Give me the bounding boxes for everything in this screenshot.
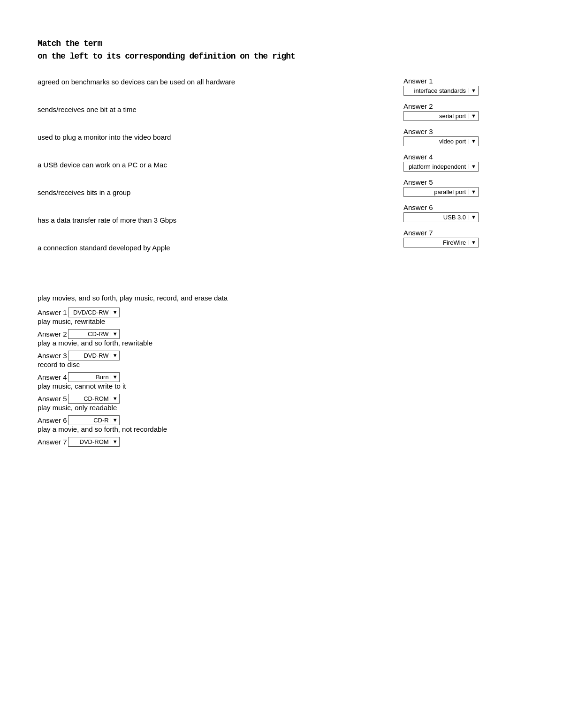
dropdown-s7[interactable]: DVD-ROM ▼ xyxy=(68,437,120,447)
dropdown-7[interactable]: FireWire ▼ xyxy=(403,238,479,248)
dropdown-arrow-7: ▼ xyxy=(469,240,476,245)
dropdown-sarrow-5: ▼ xyxy=(111,396,118,401)
answer-group-1: Answer 1 interface standards ▼ xyxy=(403,77,525,96)
dropdown-arrow-1: ▼ xyxy=(469,88,476,93)
clue-6: has a data transfer rate of more than 3 … xyxy=(38,215,385,225)
dropdown-value-3: video port xyxy=(407,138,469,145)
dropdown-sarrow-3: ▼ xyxy=(111,353,118,358)
answer-row-1: Answer 1 DVD/CD-RW ▼ xyxy=(38,308,525,317)
vertical-item-5: Answer 5 CD-ROM ▼ play music, only reada… xyxy=(38,394,525,412)
dropdown-value-6: USB 3.0 xyxy=(407,214,469,221)
dropdown-sarrow-6: ▼ xyxy=(111,418,118,423)
dropdown-sval-5: CD-ROM xyxy=(71,395,111,402)
dropdown-5[interactable]: parallel port ▼ xyxy=(403,187,479,197)
dropdown-1[interactable]: interface standards ▼ xyxy=(403,86,479,96)
clue-s5: play music, only readable xyxy=(38,404,525,412)
dropdown-arrow-4: ▼ xyxy=(469,164,476,169)
dropdown-s2[interactable]: CD-RW ▼ xyxy=(68,329,120,339)
answer-row-3: Answer 3 DVD-RW ▼ xyxy=(38,351,525,360)
dropdown-value-5: parallel port xyxy=(407,188,469,195)
answer-label-6: Answer 6 xyxy=(403,203,525,211)
inline-label-7: Answer 7 xyxy=(38,438,67,446)
dropdown-sval-6: CD-R xyxy=(71,417,111,424)
clue-4: a USB device can work on a PC or a Mac xyxy=(38,160,385,170)
dropdown-value-1: interface standards xyxy=(407,87,469,94)
dropdown-arrow-3: ▼ xyxy=(469,139,476,144)
vertical-item-7: Answer 7 DVD-ROM ▼ xyxy=(38,437,525,447)
answer-row-6: Answer 6 CD-R ▼ xyxy=(38,415,525,425)
clue-3: used to plug a monitor into the video bo… xyxy=(38,132,385,142)
dropdown-sval-2: CD-RW xyxy=(71,330,111,338)
inline-label-1: Answer 1 xyxy=(38,308,67,316)
dropdown-s3[interactable]: DVD-RW ▼ xyxy=(68,351,120,360)
dropdown-value-4: platform independent xyxy=(407,163,469,170)
dropdown-sarrow-7: ▼ xyxy=(111,439,118,444)
answer-group-2: Answer 2 serial port ▼ xyxy=(403,102,525,121)
answer-label-1: Answer 1 xyxy=(403,77,525,85)
dropdown-sval-7: DVD-ROM xyxy=(71,438,111,445)
clue-s1: play music, rewritable xyxy=(38,317,525,325)
dropdown-s6[interactable]: CD-R ▼ xyxy=(68,415,120,425)
section2-intro: play movies, and so forth, play music, r… xyxy=(38,294,525,302)
left-column: agreed on benchmarks so devices can be u… xyxy=(38,77,403,270)
inline-label-5: Answer 5 xyxy=(38,395,67,403)
answer-row-4: Answer 4 Burn ▼ xyxy=(38,372,525,382)
vertical-item-3: Answer 3 DVD-RW ▼ record to disc xyxy=(38,351,525,368)
dropdown-arrow-2: ▼ xyxy=(469,113,476,119)
vertical-item-2: Answer 2 CD-RW ▼ play a movie, and so fo… xyxy=(38,329,525,347)
clue-s2: play a movie, and so forth, rewritable xyxy=(38,339,525,347)
vertical-item-1: Answer 1 DVD/CD-RW ▼ play music, rewrita… xyxy=(38,308,525,325)
clue-7: a connection standard developed by Apple xyxy=(38,243,385,253)
dropdown-s4[interactable]: Burn ▼ xyxy=(68,372,120,382)
dropdown-value-7: FireWire xyxy=(407,239,469,246)
answer-label-5: Answer 5 xyxy=(403,178,525,186)
dropdown-sval-3: DVD-RW xyxy=(71,352,111,359)
dropdown-sarrow-4: ▼ xyxy=(111,375,118,380)
inline-label-4: Answer 4 xyxy=(38,373,67,381)
inline-label-6: Answer 6 xyxy=(38,416,67,424)
inline-label-2: Answer 2 xyxy=(38,330,67,338)
dropdown-sval-1: DVD/CD-RW xyxy=(71,309,111,316)
answer-label-3: Answer 3 xyxy=(403,128,525,135)
dropdown-3[interactable]: video port ▼ xyxy=(403,136,479,146)
page-title: Match the term on the left to its corres… xyxy=(38,38,525,63)
dropdown-6[interactable]: USB 3.0 ▼ xyxy=(403,212,479,222)
dropdown-s5[interactable]: CD-ROM ▼ xyxy=(68,394,120,404)
clue-5: sends/receives bits in a group xyxy=(38,188,385,197)
dropdown-sarrow-1: ▼ xyxy=(111,310,118,315)
right-column: Answer 1 interface standards ▼ Answer 2 … xyxy=(403,77,525,270)
clue-1: agreed on benchmarks so devices can be u… xyxy=(38,77,385,87)
dropdown-arrow-5: ▼ xyxy=(469,189,476,195)
answer-row-7: Answer 7 DVD-ROM ▼ xyxy=(38,437,525,447)
section1-match: agreed on benchmarks so devices can be u… xyxy=(38,77,525,270)
clue-s4: play music, cannot write to it xyxy=(38,382,525,390)
clue-2: sends/receives one bit at a time xyxy=(38,105,385,114)
dropdown-sarrow-2: ▼ xyxy=(111,331,118,337)
vertical-item-6: Answer 6 CD-R ▼ play a movie, and so for… xyxy=(38,415,525,433)
answer-group-5: Answer 5 parallel port ▼ xyxy=(403,178,525,197)
section2-vertical: play movies, and so forth, play music, r… xyxy=(38,294,525,447)
answer-label-4: Answer 4 xyxy=(403,153,525,161)
dropdown-arrow-6: ▼ xyxy=(469,215,476,220)
dropdown-4[interactable]: platform independent ▼ xyxy=(403,162,479,172)
dropdown-value-2: serial port xyxy=(407,113,469,120)
answer-group-3: Answer 3 video port ▼ xyxy=(403,128,525,146)
answer-label-2: Answer 2 xyxy=(403,102,525,110)
answer-row-2: Answer 2 CD-RW ▼ xyxy=(38,329,525,339)
vertical-item-4: Answer 4 Burn ▼ play music, cannot write… xyxy=(38,372,525,390)
dropdown-sval-4: Burn xyxy=(71,374,111,381)
answer-group-6: Answer 6 USB 3.0 ▼ xyxy=(403,203,525,222)
dropdown-2[interactable]: serial port ▼ xyxy=(403,111,479,121)
dropdown-s1[interactable]: DVD/CD-RW ▼ xyxy=(68,308,120,317)
clue-s3: record to disc xyxy=(38,360,525,368)
answer-group-7: Answer 7 FireWire ▼ xyxy=(403,229,525,248)
answer-row-5: Answer 5 CD-ROM ▼ xyxy=(38,394,525,404)
clue-s6: play a movie, and so forth, not recordab… xyxy=(38,425,525,433)
answer-label-7: Answer 7 xyxy=(403,229,525,237)
answer-group-4: Answer 4 platform independent ▼ xyxy=(403,153,525,172)
inline-label-3: Answer 3 xyxy=(38,352,67,360)
